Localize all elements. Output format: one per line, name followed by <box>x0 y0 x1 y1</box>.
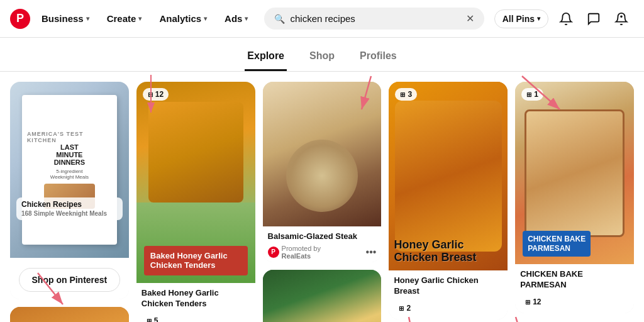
search-bar: 🔍 ✕ <box>264 8 484 30</box>
cookbook-image: AMERICA'S TEST KITCHEN LASTMINUTEDINNERS… <box>10 82 129 258</box>
all-pins-button[interactable]: All Pins ▾ <box>494 9 548 28</box>
ads-nav[interactable]: Ads ▾ <box>218 9 254 28</box>
honey-breast-meta: Honey Garlic Chicken Breast <box>389 270 508 299</box>
honey-garlic-overlay: Baked Honey Garlic Chicken Tenders <box>136 238 255 283</box>
all-pins-chevron-icon: ▾ <box>537 15 540 22</box>
pinterest-logo[interactable]: P <box>10 9 30 29</box>
search-tabs: Explore Shop Profiles <box>0 38 644 72</box>
steak-image <box>263 82 382 226</box>
honey-garlic-image: ⊞ 12 Baked Honey Garlic Chicken Tenders <box>136 82 255 283</box>
parmesan-title: CHICKEN BAKE PARMESAN <box>520 269 629 291</box>
honey-garlic-pin-card[interactable]: ⊞ 12 Baked Honey Garlic Chicken Tenders … <box>136 82 255 322</box>
angel-hair-pin-card[interactable]: Creamy ANGEL HAIR PRIMAVERA <box>263 270 382 322</box>
cookbook-meta: Shop on Pinterest <box>10 258 129 299</box>
parmesan-meta: CHICKEN BAKE PARMESAN <box>515 264 634 293</box>
search-clear-icon[interactable]: ✕ <box>466 13 474 25</box>
tab-shop[interactable]: Shop <box>307 45 337 71</box>
board-count-badge-breast-bottom: ⊞ 2 <box>394 302 416 314</box>
ads-chevron-icon: ▾ <box>245 15 248 22</box>
board-count-badge-parmesan: ⊞ 1 <box>521 88 543 101</box>
svg-point-0 <box>621 16 622 17</box>
board-icon-2: ⊞ <box>148 91 153 98</box>
cookbook-brand: AMERICA'S TEST KITCHEN <box>27 131 112 143</box>
cookbook-subtitle: 5-ingredientWeeknight Meals <box>50 169 89 180</box>
column-2: ⊞ 12 Baked Honey Garlic Chicken Tenders … <box>136 82 255 322</box>
message-icon[interactable] <box>581 6 606 31</box>
shop-on-pinterest-button[interactable]: Shop on Pinterest <box>19 268 121 292</box>
board-icon-7: ⊞ <box>525 299 530 306</box>
angel-hair-overlay: Creamy ANGEL HAIR PRIMAVERA <box>263 270 382 322</box>
steak-meta: Balsamic-Glazed Steak P Promoted byRealE… <box>263 226 382 262</box>
notification-bell-icon[interactable] <box>553 6 579 31</box>
search-input[interactable] <box>290 13 460 24</box>
parmesan-text-badge: CHICKEN BAKEPARMESAN <box>523 231 591 257</box>
parmesan-pin-card[interactable]: ⊞ 1 CHICKEN BAKEPARMESAN CHICKEN BAKE PA… <box>515 82 634 313</box>
honey-breast-bottom: ⊞ 2 <box>389 299 508 320</box>
main-content: AMERICA'S TEST KITCHEN LASTMINUTEDINNERS… <box>0 72 644 322</box>
angel-hair-image: Creamy ANGEL HAIR PRIMAVERA <box>263 270 382 322</box>
column-5: ⊞ 1 CHICKEN BAKEPARMESAN CHICKEN BAKE PA… <box>515 82 634 322</box>
board-count-badge-parmesan-bottom: ⊞ 12 <box>520 296 546 308</box>
cookbook-overlay-label: Chicken Recipes 168 Simple Weeknight Mea… <box>16 197 123 220</box>
board-count-badge-honey: ⊞ 12 <box>143 88 169 101</box>
column-1: AMERICA'S TEST KITCHEN LASTMINUTEDINNERS… <box>10 82 129 322</box>
honey-garlic-text-badge: Baked Honey Garlic Chicken Tenders <box>144 246 248 275</box>
parmesan-image: ⊞ 1 CHICKEN BAKEPARMESAN <box>515 82 634 264</box>
pins-grid: AMERICA'S TEST KITCHEN LASTMINUTEDINNERS… <box>10 82 634 322</box>
cookbook-pin-card[interactable]: AMERICA'S TEST KITCHEN LASTMINUTEDINNERS… <box>10 82 129 299</box>
analytics-nav[interactable]: Analytics ▾ <box>153 9 213 28</box>
notification-alt-icon[interactable] <box>609 6 634 31</box>
chicken-lower-left-card[interactable]: ⊞ 1 <box>10 307 129 322</box>
column-4: ⊞ 3 Honey GarlicChicken Breast Honey Gar… <box>389 82 508 322</box>
parmesan-bottom: ⊞ 12 <box>515 293 634 314</box>
search-icon: 🔍 <box>274 14 285 24</box>
honey-garlic-title: Baked Honey Garlic Chicken Tenders <box>142 288 250 309</box>
board-icon-3: ⊞ <box>147 318 152 322</box>
board-count-badge-breast: ⊞ 3 <box>395 88 417 101</box>
chicken-lower-image: ⊞ 1 <box>10 307 129 322</box>
honey-breast-image: ⊞ 3 Honey GarlicChicken Breast <box>389 82 508 270</box>
honey-breast-title: Honey Garlic Chicken Breast <box>394 275 502 297</box>
business-nav[interactable]: Business ▾ <box>35 9 96 28</box>
board-icon-4: ⊞ <box>400 91 405 98</box>
parmesan-overlay: CHICKEN BAKEPARMESAN <box>515 223 634 264</box>
promoted-label: Promoted byRealEats <box>282 245 321 260</box>
header: P Business ▾ Create ▾ Analytics ▾ Ads ▾ … <box>0 0 644 38</box>
steak-pin-card[interactable]: Balsamic-Glazed Steak P Promoted byRealE… <box>263 82 382 262</box>
tab-profiles[interactable]: Profiles <box>357 45 399 71</box>
analytics-chevron-icon: ▾ <box>204 15 207 22</box>
honey-breast-overlay-text: Honey GarlicChicken Breast <box>394 238 476 264</box>
create-nav[interactable]: Create ▾ <box>101 9 148 28</box>
board-icon-6: ⊞ <box>526 91 531 98</box>
promoted-logo: P <box>268 247 279 258</box>
board-count-badge-honey-bottom: ⊞ 5 <box>142 314 164 322</box>
header-icons <box>553 6 634 31</box>
honey-breast-text-overlay: Honey GarlicChicken Breast <box>394 238 502 264</box>
steak-title: Balsamic-Glazed Steak <box>268 231 377 242</box>
cookbook-title: LASTMINUTEDINNERS <box>54 143 86 166</box>
promoted-section: P Promoted byRealEats ••• <box>268 245 377 260</box>
column-3: Balsamic-Glazed Steak P Promoted byRealE… <box>263 82 382 322</box>
honey-garlic-bottom-area: ⊞ 5 <box>136 312 255 322</box>
honey-garlic-meta: Baked Honey Garlic Chicken Tenders <box>136 283 255 312</box>
board-icon-5: ⊞ <box>399 305 404 312</box>
tab-explore[interactable]: Explore <box>245 45 287 71</box>
honey-breast-pin-card[interactable]: ⊞ 3 Honey GarlicChicken Breast Honey Gar… <box>389 82 508 319</box>
business-chevron-icon: ▾ <box>86 15 89 22</box>
recipe-count: 168 Simple Weeknight Meals <box>21 210 107 217</box>
create-chevron-icon: ▾ <box>138 15 142 22</box>
promoted-options-icon[interactable]: ••• <box>366 247 377 258</box>
